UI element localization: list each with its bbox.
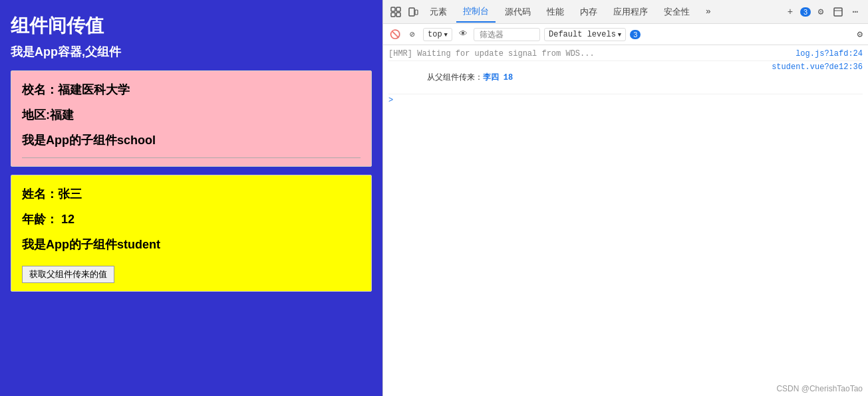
devtools-panel: 元素 控制台 源代码 性能 内存 应用程序 安全性 » + 3 ⚙ ⋯ 🚫 ⊘ … (382, 0, 868, 396)
tab-memory[interactable]: 内存 (573, 2, 604, 22)
app-title: 组件间传值 (11, 13, 372, 39)
console-msg-hmr: [HMR] Waiting for update signal from WDS… (388, 49, 790, 58)
console-block-icon[interactable]: ⊘ (406, 28, 419, 41)
console-clear-icon[interactable]: 🚫 (388, 28, 402, 41)
student-card: 姓名：张三 年龄： 12 我是App的子组件student 获取父组件传来的值 (11, 175, 372, 292)
prop-source-link[interactable]: student.vue?de12:36 (772, 62, 863, 72)
school-component-label: 我是App的子组件school (22, 132, 361, 148)
tab-security[interactable]: 安全性 (657, 2, 696, 22)
tab-performance[interactable]: 性能 (540, 2, 571, 22)
levels-chevron (618, 30, 621, 39)
svg-rect-6 (834, 8, 842, 16)
device-toggle-icon[interactable] (406, 5, 420, 19)
top-context-label: top (428, 30, 442, 39)
console-line-prop: 从父组件传来：李四 18 student.vue?de12:36 (388, 61, 863, 94)
school-card: 校名：福建医科大学 地区:福建 我是App的子组件school (11, 70, 372, 167)
settings-icon[interactable]: ⚙ (813, 5, 828, 19)
eye-icon[interactable]: 👁 (456, 28, 470, 41)
console-msg-prop: 从父组件传来：李四 18 (388, 62, 766, 92)
tab-sources[interactable]: 源代码 (498, 2, 537, 22)
svg-rect-3 (396, 13, 400, 17)
school-region: 地区:福建 (22, 107, 361, 123)
tab-more[interactable]: » (699, 3, 718, 21)
school-divider (22, 157, 361, 158)
console-bar: 🚫 ⊘ top 👁 Default levels 3 ⚙ (383, 24, 868, 45)
get-value-button[interactable]: 获取父组件传来的值 (22, 266, 114, 283)
svg-rect-0 (391, 7, 395, 11)
more-options-icon[interactable]: ⋯ (848, 5, 863, 19)
top-context-chevron (444, 30, 448, 39)
watermark: CSDN @CherishTaoTao (383, 381, 868, 396)
tab-console[interactable]: 控制台 (456, 1, 496, 23)
hmr-text: [HMR] Waiting for update signal from WDS… (388, 49, 595, 58)
inspect-icon[interactable] (388, 5, 403, 19)
prop-value: 李四 (483, 73, 499, 82)
svg-rect-4 (409, 8, 414, 16)
dock-icon[interactable] (831, 5, 845, 19)
console-output: [HMR] Waiting for update signal from WDS… (383, 45, 868, 381)
tab-elements[interactable]: 元素 (423, 2, 454, 22)
tab-application[interactable]: 应用程序 (607, 2, 654, 22)
app-subtitle: 我是App容器,父组件 (11, 44, 372, 60)
hmr-source-link[interactable]: log.js?lafd:24 (796, 49, 863, 58)
console-error-badge: 3 (630, 30, 641, 39)
student-name: 姓名：张三 (22, 186, 361, 202)
error-badge: 3 (800, 7, 811, 17)
svg-rect-1 (396, 7, 400, 11)
prop-prefix: 从父组件传来： (427, 73, 483, 82)
student-age: 年龄： 12 (22, 211, 361, 227)
console-settings-icon[interactable]: ⚙ (857, 29, 863, 40)
add-tab-icon[interactable]: + (783, 5, 797, 19)
top-context-dropdown[interactable]: top (423, 28, 452, 41)
svg-rect-5 (415, 10, 418, 15)
prop-age: 18 (504, 73, 513, 82)
filter-input[interactable] (474, 28, 540, 41)
console-arrow[interactable]: > (388, 94, 863, 106)
console-line-hmr: [HMR] Waiting for update signal from WDS… (388, 48, 863, 61)
svg-rect-2 (391, 13, 395, 17)
default-levels-label: Default levels (549, 30, 616, 39)
devtools-tabs-bar: 元素 控制台 源代码 性能 内存 应用程序 安全性 » + 3 ⚙ ⋯ (383, 0, 868, 24)
default-levels-dropdown[interactable]: Default levels (544, 28, 626, 41)
school-name: 校名：福建医科大学 (22, 82, 361, 98)
left-panel: 组件间传值 我是App容器,父组件 校名：福建医科大学 地区:福建 我是App的… (0, 0, 382, 396)
student-component-label: 我是App的子组件student (22, 237, 361, 252)
